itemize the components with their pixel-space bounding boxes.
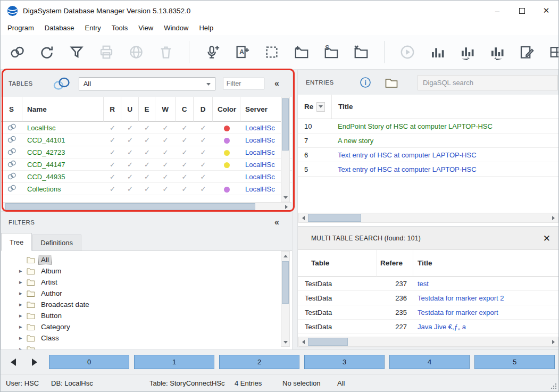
tab-tree[interactable]: Tree	[1, 233, 32, 251]
expander-icon[interactable]: ▸	[19, 335, 27, 341]
login-icon[interactable]	[9, 44, 25, 60]
entry-row[interactable]: 10 EndPoint Story of HSC at computer LAP…	[298, 119, 559, 134]
table-row[interactable]: CCD_42723 ✓ ✓ ✓ ✓ ✓ ✓ LocalHSc	[1, 146, 292, 159]
column-header-table[interactable]: Table	[298, 250, 377, 277]
scrollbar-thumb[interactable]	[282, 261, 289, 304]
column-header-e[interactable]: E	[139, 97, 155, 122]
add-audio-entry-icon[interactable]	[204, 44, 220, 60]
entry-row[interactable]: 5 Text entry of HSC at computer LAPTOP-H…	[298, 162, 559, 177]
scrollbar-thumb[interactable]	[5, 203, 255, 210]
table-row[interactable]: CCD_44147 ✓ ✓ ✓ ✓ ✓ ✓ LocalHSc	[1, 159, 292, 171]
search-result-row[interactable]: TestData 237 test	[298, 277, 559, 291]
tree-item-class[interactable]: ▸ Class	[1, 332, 292, 344]
menu-item-entry[interactable]: Entry	[80, 22, 106, 34]
minimize-button[interactable]: –	[485, 1, 510, 21]
tree-item-broadcast-date[interactable]: ▸ Broadcast date	[1, 299, 292, 310]
expander-icon[interactable]: ▸	[19, 312, 27, 319]
edit-entry-icon[interactable]	[519, 44, 535, 60]
multi-search-horizontal-scrollbar[interactable]	[298, 337, 558, 347]
column-header-w[interactable]: W	[155, 97, 176, 122]
close-icon[interactable]: ✕	[543, 233, 550, 244]
table-row[interactable]: CCD_44935 ✓ ✓ ✓ ✓ ✓ ✓ LocalHSc	[1, 171, 292, 183]
pager-button-0[interactable]: 0	[49, 355, 129, 369]
expander-icon[interactable]: ▸	[19, 346, 27, 349]
result-title[interactable]: Testdata for marker export 2	[413, 294, 559, 302]
resize-grip-icon[interactable]	[550, 382, 557, 391]
tables-vertical-scrollbar[interactable]	[281, 97, 290, 202]
table-search-icon[interactable]	[52, 77, 71, 91]
scroll-left-arrow[interactable]	[299, 213, 308, 222]
row-search-icon[interactable]	[1, 172, 22, 181]
expander-icon[interactable]: ▸	[19, 290, 27, 297]
column-header-d[interactable]: D	[194, 97, 213, 122]
filters-vertical-scrollbar[interactable]	[281, 251, 290, 347]
menu-item-help[interactable]: Help	[194, 22, 219, 34]
pager-next-button[interactable]	[29, 357, 40, 368]
search-result-row[interactable]: TestData 235 Testdata for marker export	[298, 305, 559, 320]
column-header-s[interactable]: S	[1, 97, 22, 122]
tree-item-category[interactable]: ▸ Category	[1, 321, 292, 332]
sort-dropdown-button[interactable]	[316, 102, 325, 112]
result-title[interactable]: test	[413, 280, 559, 288]
globe-icon[interactable]	[128, 44, 144, 60]
scroll-up-arrow[interactable]	[281, 252, 289, 260]
scroll-right-arrow[interactable]	[282, 203, 291, 211]
new-empty-entry-icon[interactable]	[264, 44, 280, 60]
levels-icon[interactable]	[429, 44, 445, 60]
scroll-right-arrow[interactable]	[549, 213, 558, 222]
scrollbar-thumb[interactable]	[308, 338, 348, 346]
scrollbar-thumb[interactable]	[308, 214, 361, 222]
entry-row[interactable]: 6 Text entry of HSC at computer LAPTOP-H…	[298, 148, 559, 162]
column-header-title[interactable]: Title	[332, 95, 559, 119]
tables-filter-input[interactable]	[223, 78, 264, 89]
result-title[interactable]: Testdata for marker export	[413, 308, 559, 316]
table-row[interactable]: LocalHsc ✓ ✓ ✓ ✓ ✓ ✓ LocalHSc	[1, 122, 292, 134]
result-title[interactable]: Java Jive €,ƒ„ a	[413, 323, 559, 331]
tree-item-artist[interactable]: ▸ Artist	[1, 277, 292, 288]
tables-filter-dropdown[interactable]: All	[79, 77, 215, 90]
tab-definitions[interactable]: Definitions	[32, 235, 81, 251]
folder-icon[interactable]	[385, 78, 398, 88]
tables-collapse-button[interactable]: «	[274, 79, 279, 88]
close-button[interactable]: ✕	[534, 1, 558, 21]
tables-horizontal-scrollbar[interactable]	[2, 202, 291, 211]
search-result-row[interactable]: TestData 227 Java Jive €,ƒ„ a	[298, 320, 559, 334]
search-result-row[interactable]: TestData 236 Testdata for marker export …	[298, 291, 559, 305]
table-row[interactable]: CCD_44101 ✓ ✓ ✓ ✓ ✓ ✓ LocalHSc	[1, 134, 292, 146]
column-header-server[interactable]: Server	[240, 97, 282, 122]
tree-item-album[interactable]: ▸ Album	[1, 265, 292, 277]
scroll-down-arrow[interactable]	[281, 338, 289, 346]
digasql-search-input[interactable]	[418, 75, 558, 90]
row-search-icon[interactable]	[1, 148, 22, 157]
menu-item-program[interactable]: Program	[2, 22, 39, 34]
levels-export-icon[interactable]	[489, 44, 505, 60]
column-header-reference[interactable]: Refere	[377, 250, 413, 277]
scrollbar-thumb[interactable]	[282, 98, 289, 151]
row-search-icon[interactable]	[1, 136, 22, 145]
play-icon[interactable]	[399, 44, 415, 60]
filters-collapse-button[interactable]: «	[274, 218, 279, 227]
tree-item-button[interactable]: ▸ Button	[1, 310, 292, 321]
table-row[interactable]: Collections ✓ ✓ ✓ ✓ ✓ ✓ LocalHSc	[1, 183, 292, 195]
folder-export-icon[interactable]	[353, 44, 369, 60]
expander-icon[interactable]: ▸	[19, 323, 27, 330]
column-header-c[interactable]: C	[176, 97, 194, 122]
menu-item-tools[interactable]: Tools	[106, 22, 133, 34]
filter-icon[interactable]	[69, 44, 85, 60]
row-search-icon[interactable]	[1, 123, 22, 132]
column-header-r[interactable]: R	[104, 97, 121, 122]
expander-icon[interactable]: ▸	[19, 268, 27, 274]
scroll-left-arrow[interactable]	[299, 337, 308, 346]
menu-item-window[interactable]: Window	[158, 22, 194, 34]
entry-row[interactable]: 7 A new story	[298, 134, 559, 148]
tree-item-all[interactable]: All	[1, 254, 292, 265]
entries-horizontal-scrollbar[interactable]	[298, 213, 558, 223]
column-header-ref[interactable]: Re	[298, 95, 332, 119]
scroll-down-arrow[interactable]	[281, 193, 289, 202]
add-text-entry-icon[interactable]: A	[234, 44, 250, 60]
column-header-color[interactable]: Color	[213, 97, 240, 122]
column-header-name[interactable]: Name	[22, 97, 104, 122]
print-icon[interactable]	[98, 44, 114, 60]
scroll-right-arrow[interactable]	[549, 337, 558, 346]
pager-button-5[interactable]: 5	[474, 355, 555, 369]
